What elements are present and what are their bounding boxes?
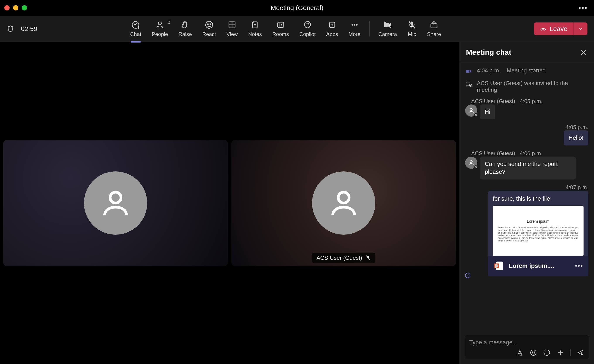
close-window-icon[interactable]: [4, 5, 10, 10]
svg-point-0: [158, 22, 161, 25]
svg-rect-31: [466, 70, 470, 73]
message-bubble[interactable]: Can you send me the report please?: [480, 157, 576, 180]
message-bubble[interactable]: Hello!: [564, 130, 588, 145]
view-button[interactable]: View: [225, 19, 239, 39]
chat-icon: [131, 20, 140, 29]
presence-dot: [474, 165, 478, 169]
msg-time: 4:05 p.m.: [520, 98, 542, 104]
file-name: Lorem ipsum....: [509, 262, 570, 269]
notes-icon: [250, 20, 259, 29]
svg-point-42: [531, 350, 536, 356]
message-row: Hi: [465, 104, 588, 119]
rooms-icon: [276, 20, 285, 29]
presence-dot: [474, 113, 478, 117]
svg-point-41: [467, 275, 468, 276]
chat-button[interactable]: Chat: [129, 19, 142, 39]
notes-button[interactable]: Notes: [247, 19, 263, 39]
camera-button[interactable]: Camera: [378, 19, 398, 39]
apps-button[interactable]: Apps: [325, 19, 339, 39]
raise-label: Raise: [178, 31, 192, 37]
svg-point-19: [356, 24, 358, 26]
person-icon: [99, 187, 132, 219]
message-input[interactable]: [469, 339, 584, 346]
more-icon: [350, 20, 359, 29]
copilot-button[interactable]: Copilot: [298, 19, 317, 39]
invited-event: ACS User (Guest) was invited to the meet…: [465, 80, 588, 93]
event-text: Meeting started: [506, 67, 546, 74]
mic-label: Mic: [408, 31, 416, 37]
avatar-small: [465, 157, 477, 169]
call-timer: 02:59: [21, 25, 37, 33]
window-title: Meeting (General): [271, 4, 323, 12]
mic-button[interactable]: Mic: [406, 19, 417, 39]
event-time: 4:04 p.m.: [477, 67, 500, 74]
titlebar: Meeting (General) •••: [0, 0, 594, 16]
format-icon[interactable]: [516, 349, 524, 356]
svg-text:P: P: [495, 264, 498, 268]
file-info-bar: P Lorem ipsum.... •••: [488, 256, 588, 276]
leave-button-group: Leave: [534, 22, 587, 35]
powerpoint-icon: P: [493, 260, 505, 271]
file-thumbnail[interactable]: Lorem ipsum Lorem ipsum dolor sit amet, …: [493, 206, 584, 256]
notes-label: Notes: [248, 31, 262, 37]
invited-text: ACS User (Guest) was invited to the meet…: [477, 80, 588, 93]
send-button[interactable]: [577, 349, 584, 356]
leave-options-button[interactable]: [574, 22, 587, 35]
share-button[interactable]: Share: [426, 19, 442, 39]
raise-hand-button[interactable]: Raise: [177, 19, 193, 39]
camera-event-icon: [465, 67, 472, 75]
svg-point-17: [351, 24, 353, 26]
avatar-placeholder: [84, 171, 147, 235]
msg-author: ACS User (Guest): [471, 150, 515, 156]
svg-point-3: [210, 24, 211, 24]
rooms-button[interactable]: Rooms: [271, 19, 290, 39]
share-icon: [429, 20, 439, 29]
privacy-shield-icon[interactable]: [7, 25, 14, 33]
svg-point-2: [208, 24, 209, 24]
attach-plus-icon[interactable]: [557, 349, 564, 356]
msg-time: 4:05 p.m.: [465, 124, 588, 130]
file-more-button[interactable]: •••: [575, 262, 583, 270]
compose-separator: [570, 349, 571, 356]
maximize-window-icon[interactable]: [22, 5, 27, 10]
participant-tile-self[interactable]: [3, 140, 228, 266]
avatar-placeholder: [312, 171, 375, 235]
svg-rect-7: [253, 22, 257, 28]
svg-point-44: [534, 352, 535, 352]
minimize-window-icon[interactable]: [13, 5, 18, 10]
message-bubble[interactable]: Hi: [480, 104, 495, 119]
people-button[interactable]: 2 People: [151, 19, 169, 39]
copilot-label: Copilot: [299, 31, 316, 37]
participant-tile-guest[interactable]: ACS User (Guest): [231, 140, 456, 266]
titlebar-more-icon[interactable]: •••: [578, 4, 587, 12]
meeting-started-event: 4:04 p.m. Meeting started: [465, 67, 588, 75]
chat-title: Meeting chat: [466, 48, 511, 56]
camera-label: Camera: [378, 31, 397, 37]
file-message-card[interactable]: for sure, this is the file: Lorem ipsum …: [488, 191, 588, 276]
svg-point-26: [338, 192, 349, 203]
react-button[interactable]: React: [202, 19, 217, 39]
compose-box: [464, 335, 589, 359]
react-icon: [204, 20, 214, 29]
camera-off-icon: [383, 20, 392, 29]
apps-label: Apps: [326, 31, 338, 37]
mic-off-icon: [407, 20, 417, 29]
people-count-badge: 2: [168, 20, 170, 25]
emoji-icon[interactable]: [530, 349, 537, 356]
person-icon: [468, 107, 474, 114]
loop-icon[interactable]: [543, 349, 551, 356]
participant-name-tag: ACS User (Guest): [312, 253, 375, 263]
people-icon: [155, 20, 164, 29]
message-row: Hello!: [465, 130, 588, 145]
svg-point-36: [470, 108, 472, 111]
msg-time: 4:06 p.m.: [520, 150, 542, 156]
close-chat-button[interactable]: [580, 48, 587, 56]
more-button[interactable]: More: [348, 19, 361, 39]
leave-label: Leave: [549, 25, 567, 33]
people-label: People: [152, 31, 168, 37]
svg-point-13: [281, 24, 282, 25]
msg-author: ACS User (Guest): [471, 98, 515, 104]
leave-button[interactable]: Leave: [534, 22, 574, 35]
read-receipt-icon: [465, 273, 470, 278]
window-controls: [4, 5, 27, 10]
